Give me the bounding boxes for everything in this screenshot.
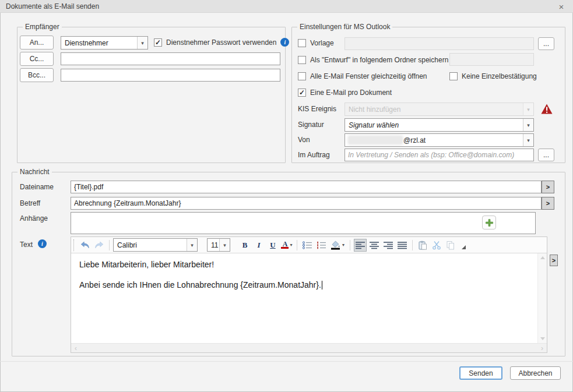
- redo-button[interactable]: [93, 239, 106, 252]
- font-family-select[interactable]: Calibri ▾: [113, 238, 198, 252]
- dateiname-expand-button[interactable]: >: [542, 181, 554, 193]
- info-icon[interactable]: i: [280, 38, 289, 47]
- text-editor[interactable]: Calibri ▾ 11 ▾ B I U A ▾: [71, 236, 547, 353]
- outlook-group: Einstellungen für MS Outlook Vorlage ...…: [291, 27, 565, 163]
- dateiname-input[interactable]: [71, 181, 542, 193]
- scroll-down-icon[interactable]: [540, 337, 545, 340]
- abbrechen-button[interactable]: Abbrechen: [510, 366, 561, 380]
- highlight-color-icon: [331, 241, 341, 250]
- numbered-list-button[interactable]: [315, 239, 328, 252]
- scroll-up-icon[interactable]: [540, 256, 545, 259]
- dateiname-label: Dateiname: [20, 183, 54, 191]
- bullet-list-button[interactable]: [301, 239, 314, 252]
- an-button[interactable]: An...: [20, 36, 54, 50]
- vorlage-input: [344, 37, 534, 50]
- editor-toolbar: Calibri ▾ 11 ▾ B I U A ▾: [71, 237, 547, 253]
- underline-button[interactable]: U: [266, 239, 279, 252]
- vorlage-checkbox[interactable]: [298, 39, 306, 47]
- fenster-label: Alle E-Mail Fenster gleichzeitig öffnen: [310, 72, 427, 80]
- betreff-input[interactable]: [71, 197, 542, 210]
- anhaenge-area[interactable]: [71, 212, 536, 234]
- vorlage-browse-button[interactable]: ...: [538, 37, 554, 50]
- scroll-left-icon[interactable]: ‹: [75, 344, 77, 352]
- close-icon[interactable]: ×: [556, 0, 567, 13]
- toolbar-options-icon[interactable]: [462, 245, 466, 249]
- text-info-icon[interactable]: i: [38, 239, 47, 248]
- font-family-value: Calibri: [114, 239, 187, 251]
- horizontal-scrollbar[interactable]: ‹ ›: [71, 343, 547, 352]
- message-body[interactable]: Liebe Mitarbeiterin, lieber Mitarbeiter!…: [71, 253, 537, 343]
- font-size-select[interactable]: 11 ▾: [207, 238, 230, 252]
- chevron-down-icon: ▾: [290, 242, 292, 248]
- von-select[interactable]: @rzl.at ▾: [344, 133, 534, 147]
- signatur-placeholder: Signatur wählen: [345, 119, 523, 131]
- bcc-button[interactable]: Bcc...: [20, 68, 54, 82]
- redacted-email-block: [349, 136, 402, 144]
- entwurf-checkbox-row[interactable]: Als "Entwurf" in folgendem Ordner speich…: [298, 56, 448, 64]
- cc-input[interactable]: [61, 52, 280, 65]
- redo-icon: [94, 241, 104, 249]
- title-bar: Dokumente als E-Mail senden ×: [0, 0, 573, 13]
- align-left-icon: [355, 241, 365, 249]
- kis-value: Nicht hinzufügen: [345, 103, 523, 115]
- betreff-field-row: >: [71, 197, 554, 210]
- kis-select: Nicht hinzufügen ▾: [344, 103, 534, 116]
- align-center-icon: [369, 241, 379, 249]
- pro-dokument-label: Eine E-Mail pro Dokument: [310, 89, 392, 97]
- pro-dokument-checkbox[interactable]: ✓: [298, 89, 306, 97]
- text-caret: [322, 281, 322, 289]
- text-label: Text: [20, 241, 33, 249]
- einzel-label: Keine Einzelbestätigung: [462, 72, 537, 80]
- align-center-button[interactable]: [368, 239, 381, 252]
- add-attachment-button[interactable]: [482, 216, 496, 229]
- copy-button[interactable]: [444, 239, 457, 252]
- vertical-scrollbar[interactable]: [537, 253, 547, 343]
- text-expand-button[interactable]: >: [550, 255, 558, 266]
- einzel-checkbox[interactable]: [449, 72, 458, 80]
- fenster-checkbox-row[interactable]: Alle E-Mail Fenster gleichzeitig öffnen: [298, 72, 427, 80]
- chevron-down-icon[interactable]: ▾: [523, 134, 533, 146]
- undo-button[interactable]: [79, 239, 92, 252]
- von-domain: @rzl.at: [403, 136, 426, 144]
- cc-button[interactable]: Cc...: [20, 52, 54, 66]
- warning-icon: [541, 104, 553, 114]
- nachricht-group: Nachricht Dateiname > Betreff > Anhänge …: [12, 172, 565, 356]
- chevron-down-icon[interactable]: ▾: [523, 119, 533, 131]
- bcc-input[interactable]: [61, 69, 280, 82]
- align-right-button[interactable]: [382, 239, 395, 252]
- chevron-down-icon[interactable]: ▾: [219, 239, 230, 251]
- justify-button[interactable]: [396, 239, 409, 252]
- vorlage-checkbox-row[interactable]: Vorlage: [298, 39, 334, 47]
- fenster-checkbox[interactable]: [298, 72, 306, 80]
- signatur-select[interactable]: Signatur wählen ▾: [344, 118, 534, 132]
- toolbar-grip-icon[interactable]: [73, 239, 76, 251]
- im-auftrag-input[interactable]: [344, 149, 534, 161]
- einzel-checkbox-row[interactable]: Keine Einzelbestätigung: [449, 72, 537, 80]
- bold-button[interactable]: B: [238, 239, 251, 252]
- im-auftrag-browse-button[interactable]: ...: [538, 149, 554, 161]
- recipient-type-value: Dienstnehmer: [61, 37, 137, 49]
- highlight-color-button[interactable]: ▾: [329, 239, 346, 252]
- recipient-type-select[interactable]: Dienstnehmer ▾: [61, 36, 148, 50]
- window-title: Dokumente als E-Mail senden: [6, 2, 99, 10]
- font-color-button[interactable]: A ▾: [280, 239, 293, 252]
- pro-dokument-checkbox-row[interactable]: ✓ Eine E-Mail pro Dokument: [298, 89, 392, 97]
- plus-icon: [485, 218, 494, 227]
- font-color-bar: [281, 247, 289, 249]
- dialog-window: Dokumente als E-Mail senden × Empfänger …: [0, 0, 573, 392]
- entwurf-checkbox[interactable]: [298, 56, 306, 64]
- paste-button[interactable]: [416, 239, 429, 252]
- passwort-checkbox[interactable]: ✓: [154, 38, 162, 47]
- align-right-icon: [383, 241, 393, 249]
- betreff-expand-button[interactable]: >: [542, 197, 554, 210]
- scroll-right-icon[interactable]: ›: [541, 344, 543, 352]
- entwurf-ordner-input: [449, 53, 534, 66]
- senden-button[interactable]: Senden: [459, 366, 502, 380]
- align-left-button[interactable]: [354, 239, 367, 252]
- chevron-down-icon[interactable]: ▾: [187, 239, 197, 251]
- empfaenger-group: Empfänger An... Dienstnehmer ▾ ✓ Dienstn…: [17, 27, 286, 163]
- italic-button[interactable]: I: [252, 239, 265, 252]
- passwort-checkbox-row[interactable]: ✓ Dienstnehmer Passwort verwenden i: [154, 38, 289, 47]
- cut-button[interactable]: [430, 239, 443, 252]
- chevron-down-icon[interactable]: ▾: [137, 37, 147, 49]
